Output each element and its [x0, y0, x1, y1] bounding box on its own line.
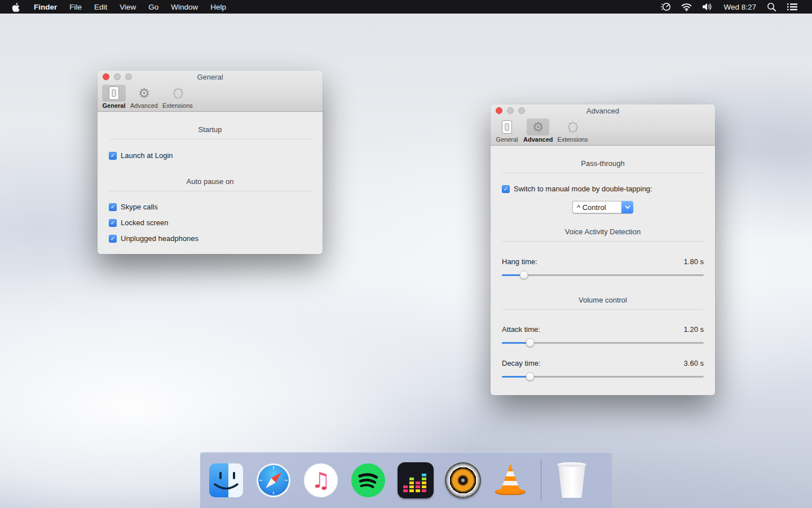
puzzle-icon	[565, 120, 580, 134]
general-window-body: Startup Launch at Login Auto pause on Sk…	[98, 125, 323, 243]
checkbox-checked-icon[interactable]	[109, 203, 117, 211]
deezer-icon	[398, 462, 434, 498]
checkbox-locked-screen[interactable]: Locked screen	[109, 218, 311, 227]
puzzle-icon	[170, 86, 185, 100]
speaker-icon	[445, 462, 481, 498]
app-menu-finder[interactable]: Finder	[28, 3, 63, 11]
tab-advanced[interactable]: ⚙ Advanced	[523, 119, 553, 143]
decay-time-label: Decay time:	[502, 359, 541, 367]
wifi-menubar-item[interactable]	[676, 0, 697, 14]
general-window-titlebar[interactable]: General	[98, 71, 323, 83]
menu-window[interactable]: Window	[165, 3, 204, 11]
tab-extensions[interactable]: Extensions	[558, 119, 588, 143]
window-title: Advanced	[586, 107, 619, 115]
tab-general-label: General	[103, 102, 126, 109]
dock-item-safari[interactable]	[255, 462, 292, 498]
notification-center-icon	[787, 2, 798, 11]
dock-item-itunes[interactable]: ♫	[303, 462, 339, 498]
gear-icon: ⚙	[138, 87, 150, 100]
chevron-down-icon	[625, 205, 630, 209]
section-header-pass-through: Pass-through	[502, 159, 704, 168]
preferences-toolbar: General ⚙ Advanced Extensions	[491, 117, 715, 145]
tab-advanced-label: Advanced	[523, 136, 553, 143]
advanced-window: Advanced General ⚙ Advanced	[491, 104, 715, 395]
divider	[502, 309, 704, 310]
safari-icon	[255, 462, 292, 498]
slider-knob[interactable]	[526, 373, 535, 381]
dock: ♫	[200, 452, 612, 508]
shortcut-dropdown-value[interactable]: ^ Control	[572, 201, 621, 213]
close-button[interactable]	[496, 107, 502, 114]
spotify-icon	[350, 462, 386, 498]
divider	[109, 191, 311, 191]
section-header-auto-pause: Auto pause on	[109, 177, 311, 186]
apple-menu[interactable]	[11, 0, 28, 14]
vlc-cone-base	[495, 489, 526, 495]
tab-advanced-label: Advanced	[130, 102, 158, 109]
slider-track[interactable]	[502, 274, 704, 276]
itunes-icon: ♫	[303, 462, 339, 498]
minimize-button[interactable]	[114, 73, 121, 80]
app-gauge-icon	[660, 2, 671, 12]
tab-extensions[interactable]: Extensions	[162, 85, 193, 109]
minimize-button[interactable]	[507, 107, 514, 114]
advanced-window-chrome[interactable]: Advanced General ⚙ Advanced	[491, 104, 715, 146]
divider	[502, 241, 704, 242]
checkbox-checked-icon[interactable]	[109, 219, 117, 227]
decay-time-value: 3.60 s	[684, 359, 704, 367]
menubar-clock[interactable]: Wed 8:27	[718, 3, 762, 11]
checkbox-checked-icon[interactable]	[109, 152, 117, 160]
general-window-chrome[interactable]: General General ⚙ Advanced	[98, 71, 323, 112]
divider	[109, 139, 311, 139]
dock-item-trash[interactable]	[554, 462, 590, 498]
advanced-window-body: Pass-through Switch to manual mode by do…	[491, 159, 715, 381]
wifi-icon	[681, 3, 692, 11]
menu-go[interactable]: Go	[142, 3, 165, 11]
checkbox-switch-manual-mode[interactable]: Switch to manual mode by double-tapping:	[502, 185, 704, 193]
checkbox-skype-calls[interactable]: Skype calls	[109, 203, 311, 211]
app-gauge-menubar-item[interactable]	[655, 0, 676, 14]
dock-divider	[541, 460, 541, 501]
spotlight-menubar-item[interactable]	[762, 0, 782, 14]
tab-general[interactable]: General	[102, 85, 126, 109]
dock-item-speaker-app[interactable]	[445, 462, 481, 498]
zoom-button[interactable]	[518, 107, 525, 114]
slider-knob[interactable]	[526, 339, 535, 347]
checkbox-unplugged-headphones[interactable]: Unplugged headphones	[109, 234, 311, 243]
menu-edit[interactable]: Edit	[88, 3, 113, 11]
tab-general-label: General	[496, 136, 518, 143]
dock-item-vlc[interactable]	[492, 462, 528, 498]
slider-knob[interactable]	[520, 271, 528, 279]
section-header-volume-control: Volume control	[502, 296, 704, 304]
hang-time-slider[interactable]	[502, 270, 704, 279]
dropdown-button[interactable]	[621, 201, 633, 213]
checkbox-checked-icon[interactable]	[502, 185, 510, 193]
svg-text:♫: ♫	[311, 468, 330, 493]
trash-icon	[556, 463, 588, 498]
zoom-button[interactable]	[125, 73, 132, 80]
menu-file[interactable]: File	[63, 3, 88, 11]
attack-time-slider[interactable]	[502, 338, 704, 347]
menu-help[interactable]: Help	[204, 3, 232, 11]
tab-extensions-label: Extensions	[162, 102, 193, 109]
shortcut-dropdown[interactable]: ^ Control	[572, 201, 633, 213]
tab-advanced[interactable]: ⚙ Advanced	[130, 85, 158, 109]
tab-general[interactable]: General	[495, 119, 519, 143]
divider	[502, 173, 704, 173]
attack-time-value: 1.20 s	[684, 325, 704, 334]
apple-logo-icon	[11, 2, 20, 12]
dock-item-spotify[interactable]	[350, 462, 386, 498]
advanced-window-titlebar[interactable]: Advanced	[491, 104, 715, 117]
notification-center-menubar-item[interactable]	[782, 0, 803, 14]
hang-time-value: 1.80 s	[684, 257, 704, 266]
decay-time-slider[interactable]	[502, 372, 704, 381]
checkbox-checked-icon[interactable]	[109, 235, 117, 243]
checkbox-launch-at-login[interactable]: Launch at Login	[109, 151, 311, 160]
close-button[interactable]	[103, 73, 109, 80]
dock-item-finder[interactable]	[208, 462, 244, 498]
volume-icon	[702, 2, 713, 11]
menu-view[interactable]: View	[113, 3, 142, 11]
volume-menubar-item[interactable]	[697, 0, 718, 14]
dock-item-deezer[interactable]	[398, 462, 434, 498]
switch-icon	[107, 86, 121, 100]
